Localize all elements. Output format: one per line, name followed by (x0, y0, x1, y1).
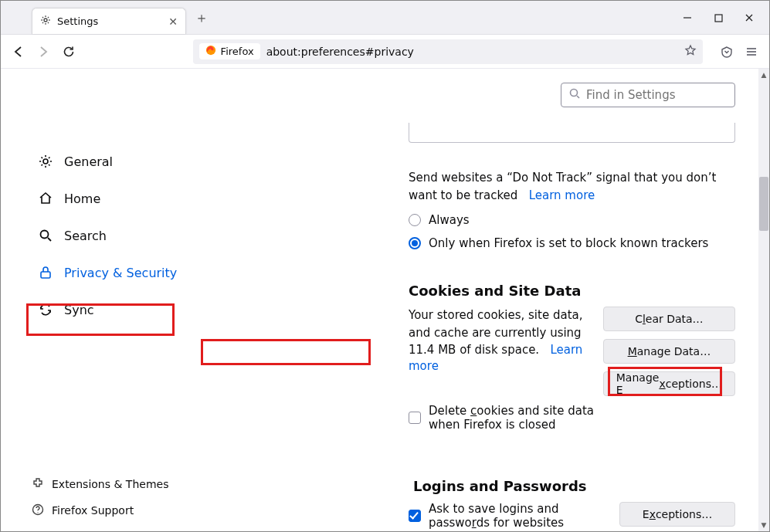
svg-line-16 (577, 96, 579, 98)
svg-rect-12 (41, 272, 50, 278)
sidebar-item-label: Search (64, 229, 107, 243)
sidebar-item-privacy[interactable]: Privacy & Security (32, 257, 202, 288)
support-link[interactable]: Firefox Support (32, 497, 168, 524)
maximize-button[interactable] (704, 7, 732, 29)
tab-title: Settings (57, 15, 98, 27)
search-placeholder: Find in Settings (586, 88, 675, 102)
identity-label: Firefox (221, 46, 254, 57)
svg-point-9 (43, 159, 48, 164)
minimize-button[interactable] (673, 7, 701, 29)
svg-rect-2 (715, 15, 722, 22)
new-tab-button[interactable]: ＋ (191, 7, 212, 29)
scroll-up-button[interactable]: ▲ (758, 69, 769, 81)
site-identity[interactable]: Firefox (199, 43, 260, 59)
pocket-icon[interactable] (718, 39, 735, 64)
firefox-icon (205, 45, 216, 58)
gear-icon (40, 15, 51, 28)
logins-heading: Logins and Passwords (413, 478, 735, 494)
scroll-thumb[interactable] (759, 177, 768, 231)
close-button[interactable] (735, 7, 763, 29)
svg-point-15 (571, 90, 578, 97)
radio-button[interactable] (409, 214, 421, 226)
sidebar-item-home[interactable]: Home (32, 183, 202, 214)
puzzle-icon (32, 477, 44, 492)
vertical-scrollbar[interactable]: ▲ ▼ (758, 69, 769, 531)
svg-point-14 (37, 512, 38, 513)
window-controls (673, 1, 769, 29)
link-label: Firefox Support (52, 504, 134, 517)
dnt-option-always[interactable]: Always (409, 213, 735, 227)
gear-icon (38, 154, 53, 169)
close-icon[interactable]: ✕ (168, 15, 178, 28)
link-label: Extensions & Themes (52, 478, 168, 490)
search-icon (38, 228, 53, 243)
home-icon (38, 191, 53, 206)
url-bar[interactable]: Firefox about:preferences#privacy (193, 39, 703, 64)
radio-label: Always (429, 213, 470, 227)
checkbox-label: Ask to save logins and passwords for web… (429, 502, 619, 530)
search-icon (569, 88, 580, 102)
reload-button[interactable] (59, 39, 76, 64)
ask-save-logins-option[interactable]: Ask to save logins and passwords for web… (409, 502, 619, 530)
dnt-intro-row: Send websites a “Do Not Track” signal th… (409, 169, 735, 204)
truncated-content-box (409, 123, 735, 143)
sidebar-item-label: Sync (64, 303, 94, 317)
help-icon (32, 503, 44, 518)
titlebar: Settings ✕ ＋ (1, 1, 769, 35)
checkbox-label: Delete cookies and site data when Firefo… (429, 404, 603, 432)
scroll-down-button[interactable]: ▼ (758, 519, 769, 531)
dnt-option-default[interactable]: Only when Firefox is set to block known … (409, 236, 735, 250)
back-button[interactable] (10, 39, 27, 64)
radio-button[interactable] (409, 237, 421, 249)
sync-icon (38, 302, 53, 317)
extensions-link[interactable]: Extensions & Themes (32, 471, 168, 497)
clear-data-button[interactable]: Clear Data… (603, 307, 735, 331)
forward-button[interactable] (35, 39, 52, 64)
cookies-heading: Cookies and Site Data (409, 283, 735, 299)
dnt-learn-more-link[interactable]: Learn more (529, 188, 595, 202)
svg-point-10 (41, 231, 49, 239)
delete-on-close-option[interactable]: Delete cookies and site data when Firefo… (409, 404, 603, 432)
settings-pane: Find in Settings Send websites a “Do Not… (202, 69, 758, 531)
logins-exceptions-button[interactable]: Exceptions… (619, 502, 735, 527)
sidebar-item-search[interactable]: Search (32, 220, 202, 251)
checkbox[interactable] (409, 510, 421, 522)
content-area: General Home Search Privacy & Security S… (1, 69, 758, 531)
settings-sidebar: General Home Search Privacy & Security S… (1, 69, 202, 531)
sidebar-item-label: Privacy & Security (64, 266, 177, 280)
svg-line-11 (48, 238, 51, 241)
sidebar-item-label: Home (64, 191, 100, 206)
radio-label: Only when Firefox is set to block known … (429, 236, 708, 250)
app-menu-button[interactable] (743, 39, 760, 64)
nav-toolbar: Firefox about:preferences#privacy (1, 35, 769, 69)
settings-search-input[interactable]: Find in Settings (561, 83, 735, 107)
url-text: about:preferences#privacy (266, 46, 414, 58)
lock-icon (38, 265, 53, 280)
sidebar-item-sync[interactable]: Sync (32, 294, 202, 325)
manage-exceptions-button[interactable]: Manage Exceptions… (603, 371, 735, 396)
browser-tab[interactable]: Settings ✕ (32, 8, 186, 34)
checkbox[interactable] (409, 412, 421, 424)
sidebar-item-label: General (64, 154, 113, 169)
manage-data-button[interactable]: Manage Data… (603, 339, 735, 364)
sidebar-item-general[interactable]: General (32, 146, 202, 177)
bookmark-star-icon[interactable] (684, 44, 697, 59)
svg-point-0 (44, 19, 47, 22)
